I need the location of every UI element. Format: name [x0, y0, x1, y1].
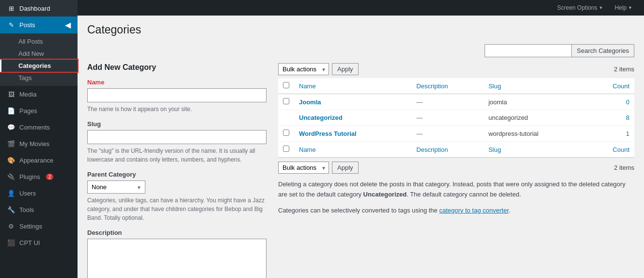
parent-select-wrap: None ▼ [87, 180, 145, 194]
apply-button-top[interactable]: Apply [332, 63, 359, 75]
table-row: WordPress Tutorial — wordpress-tutorial … [278, 126, 634, 142]
search-categories-button[interactable]: Search Categories [572, 44, 634, 57]
screen-options-button[interactable]: Screen Options ▼ [553, 2, 607, 13]
category-link-wp-tutorial[interactable]: WordPress Tutorial [299, 130, 357, 137]
items-count-top: 2 items [614, 65, 634, 73]
slug-field-group: Slug The "slug" is the URL-friendly vers… [87, 120, 267, 164]
settings-icon: ⚙ [7, 222, 16, 230]
row-checkbox-cell [278, 94, 294, 110]
content-area: Categories Search Categories Add New Cat… [78, 16, 644, 278]
parent-hint: Categories, unlike tags, can have a hier… [87, 196, 267, 222]
parent-label: Parent Category [87, 171, 267, 178]
categories-table-section: Bulk actions ▼ Apply 2 items Na [278, 63, 634, 215]
plugins-icon: 🔌 [7, 172, 16, 181]
sidebar-item-all-posts[interactable]: All Posts [0, 35, 78, 48]
footer-note-1: Deleting a category does not delete the … [278, 180, 634, 200]
description-textarea[interactable] [87, 239, 267, 278]
sidebar-item-users[interactable]: 👤 Users [0, 185, 78, 201]
row-count-joomla: 0 [588, 94, 634, 110]
row-checkbox-wp-tutorial[interactable] [283, 130, 289, 136]
bulk-actions-top-row: Bulk actions ▼ Apply 2 items [278, 63, 634, 75]
appearance-icon: 🎨 [7, 156, 16, 164]
name-input[interactable] [87, 88, 267, 102]
sidebar-item-settings[interactable]: ⚙ Settings [0, 218, 78, 234]
slug-label: Slug [87, 120, 267, 128]
footer-name-col[interactable]: Name [294, 142, 411, 158]
sidebar-item-categories[interactable]: Categories [0, 60, 78, 72]
search-bar-row: Search Categories [87, 44, 634, 57]
header-description[interactable]: Description [411, 78, 484, 94]
footer-description-col[interactable]: Description [411, 142, 484, 158]
header-checkbox-col [278, 78, 294, 94]
sidebar-item-dashboard[interactable]: ⊞ Dashboard [0, 0, 78, 16]
categories-table: Name Description Slug Count [278, 78, 634, 158]
table-row: Joomla — joomla 0 [278, 94, 634, 110]
bulk-select-bottom[interactable]: Bulk actions [278, 162, 329, 174]
bulk-select-top-wrap: Bulk actions ▼ [278, 63, 329, 75]
sidebar-item-pages[interactable]: 📄 Pages [0, 102, 78, 119]
row-checkbox-cell-uncategorized [278, 110, 294, 126]
sidebar-item-comments[interactable]: 💬 Comments [0, 119, 78, 135]
select-all-footer-checkbox[interactable] [283, 146, 289, 152]
description-label: Description [87, 229, 267, 236]
row-count-uncategorized: 8 [588, 110, 634, 126]
sidebar-item-tags[interactable]: Tags [0, 72, 78, 84]
posts-submenu: All Posts Add New Categories Tags [0, 33, 78, 86]
my-movies-icon: 🎬 [7, 139, 16, 148]
sidebar-item-media[interactable]: 🖼 Media [0, 86, 78, 102]
category-to-tag-converter-link[interactable]: category to tag converter [439, 207, 508, 214]
parent-select[interactable]: None [87, 180, 145, 194]
sidebar-item-tools[interactable]: 🔧 Tools [0, 201, 78, 218]
row-slug-joomla: joomla [484, 94, 588, 110]
sidebar-item-plugins[interactable]: 🔌 Plugins 2 [0, 168, 78, 185]
category-link-uncategorized[interactable]: Uncategorized [299, 114, 343, 121]
cpt-ui-icon: ⬛ [7, 238, 16, 247]
select-all-checkbox[interactable] [283, 82, 289, 88]
slug-input[interactable] [87, 130, 267, 144]
row-desc-joomla: — [411, 94, 484, 110]
footer-slug-col[interactable]: Slug [484, 142, 588, 158]
name-label: Name [87, 79, 267, 86]
sidebar-item-posts[interactable]: ✎ Posts ◀ [0, 16, 78, 33]
parent-field-group: Parent Category None ▼ Categories, unlik… [87, 171, 267, 222]
row-checkbox-joomla[interactable] [283, 98, 289, 104]
table-row: Uncategorized — uncategorized 8 [278, 110, 634, 126]
footer-checkbox-col [278, 142, 294, 158]
search-input[interactable] [485, 44, 572, 57]
header-name[interactable]: Name [294, 78, 411, 94]
row-count-wp-tutorial: 1 [588, 126, 634, 142]
bulk-actions-bottom-row: Bulk actions ▼ Apply 2 items [278, 162, 634, 174]
footer-note-2: Categories can be selectively converted … [278, 206, 634, 216]
table-footer-header-row: Name Description Slug Count [278, 142, 634, 158]
row-name-joomla: Joomla [294, 94, 411, 110]
table-header-row: Name Description Slug Count [278, 78, 634, 94]
footer-count-col[interactable]: Count [588, 142, 634, 158]
sidebar-item-appearance[interactable]: 🎨 Appearance [0, 152, 78, 168]
name-hint: The name is how it appears on your site. [87, 105, 267, 114]
tools-icon: 🔧 [7, 205, 16, 214]
dashboard-icon: ⊞ [7, 4, 16, 13]
help-button[interactable]: Help ▼ [611, 2, 636, 13]
header-slug[interactable]: Slug [484, 78, 588, 94]
bulk-select-top[interactable]: Bulk actions [278, 63, 329, 75]
sidebar-item-cpt-ui[interactable]: ⬛ CPT UI [0, 234, 78, 251]
row-slug-uncategorized: uncategorized [484, 110, 588, 126]
plugins-badge: 2 [46, 174, 54, 180]
apply-button-bottom[interactable]: Apply [332, 162, 359, 174]
posts-icon: ✎ [7, 21, 16, 30]
pages-icon: 📄 [7, 106, 16, 115]
bulk-select-bottom-wrap: Bulk actions ▼ [278, 162, 329, 174]
page-title: Categories [87, 23, 634, 36]
items-count-bottom: 2 items [614, 164, 634, 171]
category-link-joomla[interactable]: Joomla [299, 98, 321, 106]
row-desc-uncategorized: — [411, 110, 484, 126]
posts-arrow: ◀ [65, 20, 71, 30]
name-field-group: Name The name is how it appears on your … [87, 79, 267, 114]
topbar: Screen Options ▼ Help ▼ [78, 0, 644, 16]
sidebar-item-add-new[interactable]: Add New [0, 48, 78, 60]
row-name-uncategorized: Uncategorized [294, 110, 411, 126]
add-category-form: Add New Category Name The name is how it… [87, 63, 267, 278]
header-count[interactable]: Count [588, 78, 634, 94]
sidebar-item-my-movies[interactable]: 🎬 My Movies [0, 135, 78, 152]
two-column-layout: Add New Category Name The name is how it… [87, 63, 634, 278]
